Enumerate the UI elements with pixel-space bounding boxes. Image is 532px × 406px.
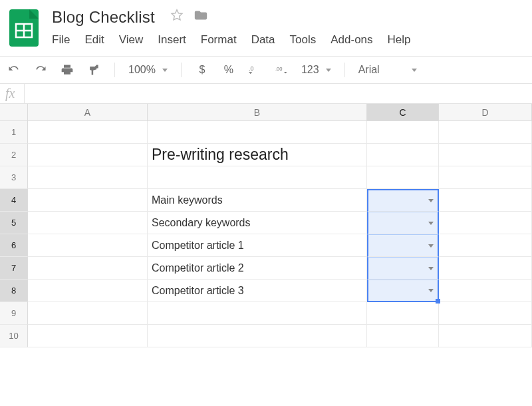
select-all-corner[interactable]	[0, 104, 28, 121]
selection-handle[interactable]	[436, 299, 440, 304]
cell-B1[interactable]	[148, 121, 367, 144]
spreadsheet-grid[interactable]: A B C D 1 2 Pre-writing research 3 4 Mai…	[0, 104, 532, 347]
chevron-down-icon	[428, 222, 434, 225]
menu-tools[interactable]: Tools	[290, 33, 317, 47]
zoom-value: 100%	[128, 64, 156, 76]
cell-A2[interactable]	[28, 144, 148, 166]
chevron-down-icon	[428, 267, 434, 270]
cell-B4[interactable]: Main keywords	[148, 189, 367, 212]
cell-C8-dropdown[interactable]	[367, 280, 439, 302]
cell-A3[interactable]	[28, 166, 148, 189]
column-header-C[interactable]: C	[367, 104, 439, 121]
cell-A9[interactable]	[28, 302, 148, 325]
menu-format[interactable]: Format	[201, 33, 237, 47]
cell-B5[interactable]: Secondary keywords	[148, 212, 367, 234]
cell-D1[interactable]	[439, 121, 532, 144]
cell-C9[interactable]	[367, 302, 439, 325]
toolbar-separator	[181, 63, 182, 77]
column-header-A[interactable]: A	[28, 104, 148, 121]
cell-D3[interactable]	[439, 166, 532, 189]
row-header-8[interactable]: 8	[0, 280, 28, 302]
row-header-5[interactable]: 5	[0, 212, 28, 234]
formula-input[interactable]	[24, 84, 532, 103]
cell-B10[interactable]	[148, 325, 367, 347]
chevron-down-icon	[428, 199, 434, 202]
column-header-D[interactable]: D	[439, 104, 532, 121]
column-header-B[interactable]: B	[148, 104, 367, 121]
cell-C10[interactable]	[367, 325, 439, 347]
cell-B2[interactable]: Pre-writing research	[148, 144, 367, 166]
toolbar: 100% $ % .0 .00 123 Arial	[0, 56, 532, 84]
chevron-down-icon	[428, 244, 434, 248]
cell-A7[interactable]	[28, 257, 148, 280]
cell-C2[interactable]	[367, 144, 439, 166]
cell-C1[interactable]	[367, 121, 439, 144]
cell-B8[interactable]: Competitor article 3	[148, 280, 367, 302]
format-percent-button[interactable]: %	[221, 62, 236, 78]
cell-D4[interactable]	[439, 189, 532, 212]
cell-A10[interactable]	[28, 325, 148, 347]
cell-D6[interactable]	[439, 234, 532, 257]
cell-A8[interactable]	[28, 280, 148, 302]
menu-addons[interactable]: Add-ons	[331, 33, 372, 47]
svg-text:.00: .00	[275, 66, 283, 72]
menu-file[interactable]: File	[52, 33, 70, 47]
zoom-select[interactable]: 100%	[128, 64, 168, 76]
folder-icon[interactable]	[194, 8, 208, 25]
star-icon[interactable]	[170, 8, 184, 25]
paint-format-button[interactable]	[86, 62, 101, 78]
row-header-3[interactable]: 3	[0, 166, 28, 189]
cell-C7-dropdown[interactable]	[367, 257, 439, 280]
svg-text:.0: .0	[249, 65, 253, 72]
undo-button[interactable]	[7, 62, 21, 78]
decrease-decimal-button[interactable]: .0	[248, 62, 263, 78]
cell-D9[interactable]	[439, 302, 532, 325]
document-title[interactable]: Blog Checklist	[51, 7, 156, 27]
cell-D7[interactable]	[439, 257, 532, 280]
cell-A4[interactable]	[28, 189, 148, 212]
cell-A1[interactable]	[28, 121, 148, 144]
menu-insert[interactable]: Insert	[158, 33, 186, 47]
menu-bar: File Edit View Insert Format Data Tools …	[51, 33, 411, 47]
cell-D10[interactable]	[439, 325, 532, 347]
chevron-down-icon	[326, 69, 331, 72]
number-format-select[interactable]: 123	[301, 64, 331, 76]
redo-button[interactable]	[33, 62, 48, 78]
row-header-1[interactable]: 1	[0, 121, 28, 144]
formula-bar: fx	[0, 84, 532, 104]
cell-A5[interactable]	[28, 212, 148, 234]
cell-D8[interactable]	[439, 280, 532, 302]
increase-decimal-button[interactable]: .00	[275, 62, 289, 78]
cell-A6[interactable]	[28, 234, 148, 257]
cell-D5[interactable]	[439, 212, 532, 234]
menu-data[interactable]: Data	[251, 33, 275, 47]
cell-C3[interactable]	[367, 166, 439, 189]
row-header-2[interactable]: 2	[0, 144, 28, 166]
cell-B9[interactable]	[148, 302, 367, 325]
cell-C4-dropdown[interactable]	[367, 189, 439, 212]
fx-label: fx	[5, 86, 24, 101]
font-select[interactable]: Arial	[358, 64, 417, 76]
row-header-7[interactable]: 7	[0, 257, 28, 280]
chevron-down-icon	[428, 289, 434, 292]
row-header-4[interactable]: 4	[0, 189, 28, 212]
number-format-value: 123	[301, 64, 319, 76]
row-header-9[interactable]: 9	[0, 302, 28, 325]
header: Blog Checklist File Edit View Insert For…	[0, 0, 532, 47]
font-value: Arial	[358, 64, 405, 76]
cell-C6-dropdown[interactable]	[367, 234, 439, 257]
cell-D2[interactable]	[439, 144, 532, 166]
menu-help[interactable]: Help	[388, 33, 411, 47]
row-header-10[interactable]: 10	[0, 325, 28, 347]
sheets-app-icon[interactable]	[9, 9, 39, 47]
cell-B6[interactable]: Competitor article 1	[148, 234, 367, 257]
cell-B3[interactable]	[148, 166, 367, 189]
cell-C5-dropdown[interactable]	[367, 212, 439, 234]
print-button[interactable]	[60, 62, 74, 78]
toolbar-separator	[344, 63, 345, 77]
menu-view[interactable]: View	[119, 33, 144, 47]
cell-B7[interactable]: Competitor article 2	[148, 257, 367, 280]
format-currency-button[interactable]: $	[195, 62, 209, 78]
menu-edit[interactable]: Edit	[84, 33, 104, 47]
row-header-6[interactable]: 6	[0, 234, 28, 257]
